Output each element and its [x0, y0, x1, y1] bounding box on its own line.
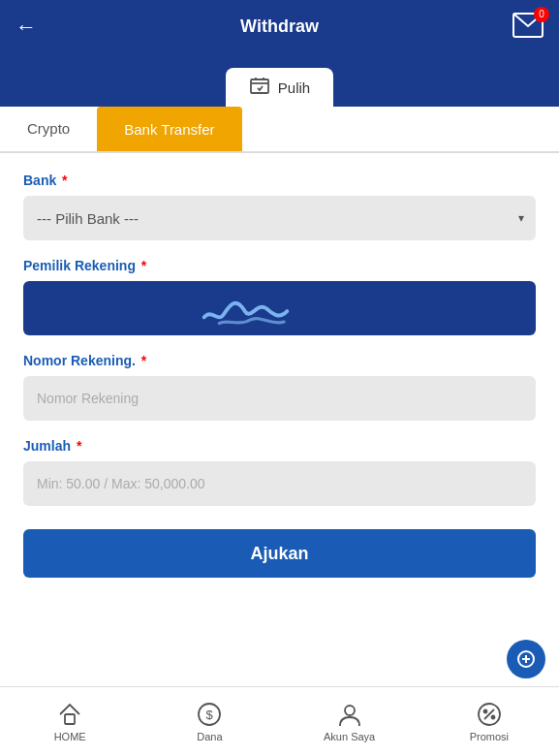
dollar-icon: $: [196, 701, 223, 728]
svg-point-12: [491, 716, 494, 719]
jumlah-input[interactable]: [23, 461, 536, 506]
nav-dana[interactable]: $ Dana: [175, 701, 243, 742]
chat-fab[interactable]: [507, 640, 545, 678]
tab-row: Crypto Bank Transfer: [0, 107, 559, 153]
percent-icon: [476, 701, 503, 728]
svg-point-8: [345, 706, 355, 715]
pemilik-input-dark: [23, 281, 536, 335]
pulih-label: Pulih: [278, 79, 310, 96]
jumlah-required: *: [73, 438, 81, 454]
nav-akun[interactable]: Akun Saya: [316, 701, 384, 742]
nav-home-label: HOME: [54, 731, 86, 742]
sub-header: Pulih: [0, 53, 559, 107]
nav-dana-label: Dana: [197, 731, 222, 742]
nav-home[interactable]: HOME: [36, 701, 104, 742]
nomor-required: *: [138, 353, 146, 368]
nomor-label: Nomor Rekening. *: [23, 353, 536, 368]
form-area: Bank * --- Pilih Bank --- ▾ Pemilik Reke…: [0, 153, 559, 686]
nomor-input[interactable]: [23, 376, 536, 421]
bottom-nav: HOME $ Dana Akun Saya Promosi: [0, 686, 559, 756]
mail-button[interactable]: 0: [512, 13, 543, 42]
user-icon: [336, 701, 363, 728]
bank-label: Bank *: [23, 173, 536, 188]
pulih-button[interactable]: Pulih: [226, 68, 333, 107]
home-icon: [56, 701, 83, 728]
jumlah-label: Jumlah *: [23, 438, 536, 454]
tab-bank-transfer[interactable]: Bank Transfer: [97, 107, 241, 151]
chat-icon: [516, 649, 536, 669]
nav-promosi-label: Promosi: [470, 731, 509, 742]
signature-svg: [37, 281, 522, 335]
nav-akun-label: Akun Saya: [324, 731, 375, 742]
mail-badge: 0: [534, 7, 549, 22]
pemilik-label: Pemilik Rekening *: [23, 258, 536, 273]
pemilik-required: *: [138, 258, 146, 273]
bank-select[interactable]: --- Pilih Bank ---: [37, 210, 522, 227]
header: ← Withdraw 0: [0, 0, 559, 53]
svg-rect-5: [65, 714, 75, 724]
svg-text:$: $: [206, 708, 214, 722]
submit-button[interactable]: Ajukan: [23, 529, 536, 578]
submit-area: Ajukan: [23, 529, 536, 578]
svg-point-11: [483, 710, 486, 713]
tab-crypto[interactable]: Crypto: [0, 107, 97, 151]
page-title: Withdraw: [240, 16, 319, 37]
back-button[interactable]: ←: [16, 15, 37, 40]
bank-select-wrapper: --- Pilih Bank --- ▾: [23, 196, 536, 240]
pulih-icon: [249, 76, 270, 99]
bank-required: *: [58, 173, 67, 188]
nav-promosi[interactable]: Promosi: [455, 701, 523, 742]
